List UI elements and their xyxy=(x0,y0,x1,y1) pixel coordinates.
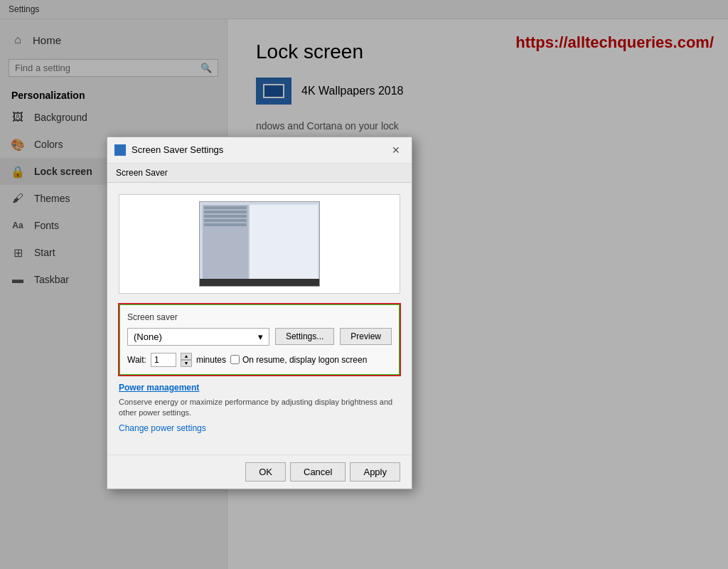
screensaver-preview-button[interactable]: Preview xyxy=(340,328,392,345)
wait-decrement-button[interactable]: ▼ xyxy=(181,360,192,367)
wait-label: Wait: xyxy=(127,355,146,365)
screensaver-dropdown-icon: ▾ xyxy=(258,331,263,342)
preview-taskbar xyxy=(200,279,319,286)
modal-titlebar: Screen Saver Settings ✕ xyxy=(107,137,412,164)
wait-value: 1 xyxy=(154,355,159,365)
dialog-close-button[interactable]: ✕ xyxy=(387,143,405,157)
resume-checkbox[interactable] xyxy=(230,355,240,364)
preview-main-sim xyxy=(250,205,318,283)
cancel-button[interactable]: Cancel xyxy=(290,462,346,482)
resume-checkbox-row: On resume, display logon screen xyxy=(230,355,367,365)
power-management-title[interactable]: Power management xyxy=(119,383,400,393)
preview-line-3 xyxy=(204,215,247,218)
preview-line-4 xyxy=(204,219,247,222)
preview-line-2 xyxy=(204,211,247,213)
screensaver-select[interactable]: (None) ▾ xyxy=(127,328,269,346)
screensaver-value: (None) xyxy=(134,331,162,342)
dialog-title: Screen Saver Settings xyxy=(132,144,223,155)
dialog-icon xyxy=(114,144,126,156)
wait-increment-button[interactable]: ▲ xyxy=(181,353,192,360)
modal-title-left: Screen Saver Settings xyxy=(114,144,223,156)
screensaver-section-label: Screen saver xyxy=(127,312,392,322)
dialog-footer: OK Cancel Apply xyxy=(107,454,412,489)
screen-preview-area xyxy=(119,194,400,294)
wait-spinner: ▲ ▼ xyxy=(181,353,192,367)
screensaver-section: Screen saver (None) ▾ Settings... Previe… xyxy=(119,304,400,376)
preview-inner xyxy=(203,205,316,283)
modal-overlay: Screen Saver Settings ✕ Screen Saver xyxy=(0,0,728,569)
power-management-desc: Conserve energy or maximize performance … xyxy=(119,397,400,419)
wait-input: 1 xyxy=(151,353,176,367)
dialog-body: Screen saver (None) ▾ Settings... Previe… xyxy=(107,183,412,455)
resume-label: On resume, display logon screen xyxy=(242,355,367,365)
preview-sidebar-sim xyxy=(203,205,248,283)
screensaver-controls-row: (None) ▾ Settings... Preview xyxy=(127,328,392,346)
wait-row: Wait: 1 ▲ ▼ minutes On resume, display l… xyxy=(127,353,392,367)
power-management-section: Power management Conserve energy or maxi… xyxy=(119,383,400,434)
apply-button[interactable]: Apply xyxy=(350,462,400,482)
preview-line-1 xyxy=(204,206,247,209)
preview-thumbnail xyxy=(199,201,320,287)
ok-button[interactable]: OK xyxy=(245,462,286,482)
preview-line-5 xyxy=(204,223,247,226)
screen-saver-dialog: Screen Saver Settings ✕ Screen Saver xyxy=(107,137,412,490)
change-power-settings-link[interactable]: Change power settings xyxy=(119,423,206,433)
screensaver-settings-button[interactable]: Settings... xyxy=(275,328,334,345)
minutes-label: minutes xyxy=(196,355,226,365)
dialog-tab[interactable]: Screen Saver xyxy=(107,164,412,183)
